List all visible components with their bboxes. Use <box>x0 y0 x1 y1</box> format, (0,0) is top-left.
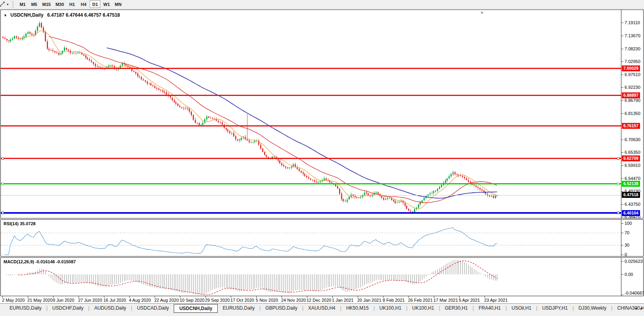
current-price-badge: 6.47518 <box>622 192 640 198</box>
level-line-handle[interactable] <box>2 183 4 185</box>
macd-axis-tick <box>621 295 623 295</box>
rsi-axis-tick <box>621 245 623 245</box>
date-label: 17 Oct 2020 <box>230 298 254 303</box>
timeframe-toolbar: M1M5M15M30H1H4D1W1MN <box>17 0 124 9</box>
macd-axis-tick <box>621 261 623 262</box>
macd-axis-label: 0.025623 <box>625 259 643 264</box>
mt4-application-window: ▾ M1M5M15M30H1H4D1W1MN ▼ USDCNH,Daily 6.… <box>0 0 644 316</box>
chart-tab-uk100-h1-9[interactable]: UK100,H1 <box>375 305 406 312</box>
price-axis-label: 7.02950 <box>625 59 640 64</box>
level-line-handle[interactable] <box>2 157 4 160</box>
timeframe-button-m30[interactable]: M30 <box>54 0 66 8</box>
price-chart-panel: ▼ USDCNH,Daily 6.47187 6.47644 6.46757 6… <box>0 10 644 218</box>
dropdown-caret-icon[interactable]: ▾ <box>7 2 9 6</box>
price-axis[interactable]: 7.191107.136707.082307.029506.975106.922… <box>621 10 643 218</box>
chart-shift-marker-icon[interactable]: ▼ <box>480 10 484 15</box>
price-axis-label: 6.54470 <box>625 176 640 181</box>
chart-tab-gbpusd-daily-6[interactable]: GBPUSD,Daily <box>261 305 302 312</box>
chart-tab-xauusd-h4-7[interactable]: XAUUSD,H4 <box>303 305 340 312</box>
chart-tab-uk100-h1-10[interactable]: UK100,H1 <box>407 305 439 312</box>
macd-chart-canvas[interactable] <box>1 258 621 296</box>
chart-title: ▼ USDCNH,Daily 6.47187 6.47644 6.46757 6… <box>4 12 120 18</box>
top-toolbar: ▾ M1M5M15M30H1H4D1W1MN <box>0 0 644 9</box>
level-line-handle[interactable] <box>2 212 4 214</box>
price-axis-tick <box>621 36 623 36</box>
price-level-badge: 6.62709 <box>622 155 640 161</box>
date-label: 22 Aug 2020 <box>154 298 179 303</box>
price-axis-label: 6.70630 <box>625 137 640 142</box>
price-axis-tick <box>621 61 623 62</box>
tab-scroll-left-icon[interactable]: ◂ <box>635 306 637 311</box>
macd-axis-tick <box>621 274 623 275</box>
price-level-badge: 6.40104 <box>622 210 640 216</box>
toolbar-grip <box>12 1 14 8</box>
price-level-badge: 7.00029 <box>622 65 640 71</box>
chart-tab-fra40-h1-12[interactable]: FRA40,H1 <box>474 305 506 312</box>
price-axis-tick <box>621 191 623 192</box>
date-label: 23 Apr 2021 <box>484 298 508 303</box>
price-axis-tick <box>621 217 623 217</box>
date-label: 21 May 2020 <box>27 298 53 303</box>
price-axis-tick <box>621 178 623 179</box>
date-axis[interactable]: 2 May 202021 May 20209 Jun 202027 Jun 20… <box>0 296 644 303</box>
price-axis-tick <box>621 113 623 114</box>
date-label: 20 Jan 2021 <box>357 298 381 303</box>
macd-axis-label: 0.00 <box>625 272 633 277</box>
price-level-badge: 6.88897 <box>622 92 640 98</box>
rsi-axis-label: 0 <box>625 252 627 257</box>
timeframe-button-m15[interactable]: M15 <box>40 0 53 8</box>
timeframe-button-m1[interactable]: M1 <box>17 0 28 8</box>
chart-tab-usdjpy-h1-14[interactable]: USDJPY,H1 <box>537 305 572 312</box>
price-axis-tick <box>621 140 623 140</box>
chart-tab-dj30-weekly-15[interactable]: DJ30,Weekly <box>574 305 611 312</box>
rsi-axis-tick <box>621 255 623 255</box>
horizontal-level-line-6.40104[interactable] <box>1 212 621 214</box>
date-label: 27 Jun 2020 <box>78 298 102 303</box>
chart-tab-hk50-m15-8[interactable]: HK50,M15 <box>341 305 374 312</box>
chart-ohlc-values: 6.47187 6.47644 6.46757 6.47518 <box>47 12 120 18</box>
price-chart-canvas[interactable] <box>1 10 621 218</box>
drawing-tool-icon[interactable] <box>0 1 6 8</box>
tab-scroll-right-icon[interactable]: ▸ <box>640 306 643 311</box>
chart-tab-usoil-h1-13[interactable]: USOil,H1 <box>507 305 536 312</box>
horizontal-level-line-6.76157[interactable] <box>1 125 621 126</box>
horizontal-level-line-6.62709[interactable] <box>1 158 621 159</box>
drawing-tool-glyph <box>0 1 6 8</box>
date-label: 10 Sep 2020 <box>180 298 204 303</box>
date-label: 16 Jul 2020 <box>104 298 126 303</box>
price-axis-tick <box>621 204 623 205</box>
price-axis-label: 6.92230 <box>625 85 640 90</box>
level-line-handle[interactable] <box>617 183 619 185</box>
rsi-axis-tick <box>621 223 623 224</box>
chart-tab-usdcad-daily-3[interactable]: USDCAD,Daily <box>132 305 174 312</box>
chart-tab-usdchf-daily-1[interactable]: USDCHF,Daily <box>48 305 88 312</box>
timeframe-button-d1[interactable]: D1 <box>90 0 100 8</box>
rsi-label: RSI(14) 35.0728 <box>4 221 36 226</box>
price-axis-label: 6.65350 <box>625 150 640 155</box>
timeframe-button-m5[interactable]: M5 <box>29 0 40 8</box>
collapse-triangle-icon[interactable]: ▼ <box>4 13 7 17</box>
date-label: 17 Mar 2021 <box>433 298 458 303</box>
level-line-handle[interactable] <box>617 212 619 214</box>
chart-tab-bar: EURUSD,Daily|USDCHF,Daily|AUDUSD,Daily|U… <box>0 303 644 316</box>
chart-tab-usdcnh-daily-4[interactable]: USDCNH,Daily <box>174 304 218 313</box>
horizontal-level-line-6.52138[interactable] <box>1 183 621 184</box>
rsi-chart-canvas[interactable] <box>1 220 621 256</box>
chart-tab-eurusd-daily-5[interactable]: EURUSD,Daily <box>218 305 259 312</box>
price-axis-tick <box>621 75 623 75</box>
chart-tab-eurusd-daily-0[interactable]: EURUSD,Daily <box>5 305 46 312</box>
chart-tab-ger30-h1-11[interactable]: GER30,H1 <box>440 305 473 312</box>
level-line-handle[interactable] <box>617 157 619 160</box>
date-label: 5 Apr 2021 <box>459 298 480 303</box>
chart-symbol-period: USDCNH,Daily <box>10 12 43 18</box>
timeframe-button-h4[interactable]: H4 <box>78 0 89 8</box>
horizontal-level-line-6.88897[interactable] <box>1 95 621 96</box>
macd-indicator-panel: MACD(12,26,9) -0.016146 -0.015087 0.0256… <box>0 257 644 296</box>
horizontal-level-line-7.00029[interactable] <box>1 68 621 69</box>
timeframe-button-mn[interactable]: MN <box>113 0 123 8</box>
price-axis-tick <box>621 23 623 23</box>
chart-tab-audusd-daily-2[interactable]: AUDUSD,Daily <box>90 305 131 312</box>
timeframe-button-h1[interactable]: H1 <box>67 0 77 8</box>
price-axis-tick <box>621 87 623 88</box>
timeframe-button-w1[interactable]: W1 <box>101 0 112 8</box>
